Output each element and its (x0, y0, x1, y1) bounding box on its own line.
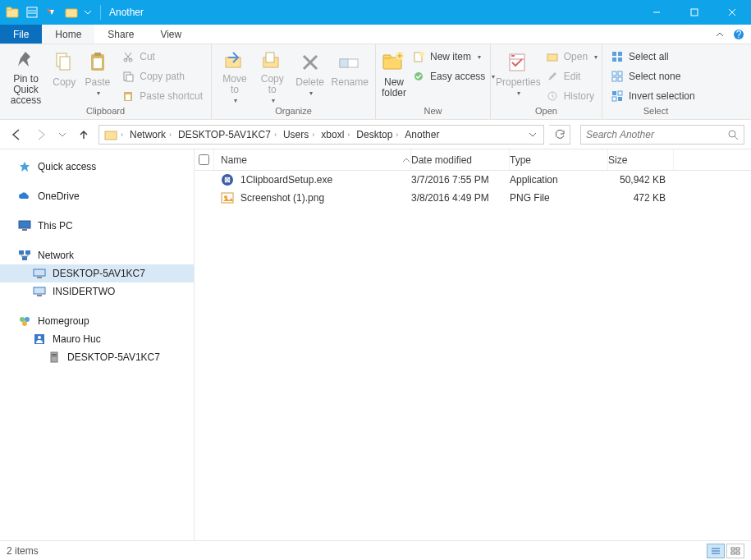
svg-rect-65 (52, 354, 57, 355)
paste-button[interactable]: Paste▾ (82, 46, 114, 103)
table-row[interactable]: Screenshot (1).png3/8/2016 4:49 PMPNG Fi… (195, 189, 751, 207)
crumb-desktop[interactable]: Desktop› (353, 129, 401, 140)
monitor-icon (18, 219, 31, 232)
file-type: Application (510, 174, 608, 186)
tree-onedrive[interactable]: OneDrive (0, 187, 194, 205)
details-view-button[interactable] (707, 544, 725, 558)
move-to-button[interactable]: Move to▾ (217, 46, 253, 103)
crumb-users[interactable]: Users› (280, 129, 318, 140)
new-item-button[interactable]: New item▾ (409, 48, 498, 66)
svg-rect-36 (618, 52, 622, 56)
select-all-checkbox[interactable] (199, 154, 209, 165)
invert-selection-button[interactable]: Invert selection (607, 87, 698, 105)
edit-button[interactable]: Edit (543, 67, 601, 85)
group-label-new: New (376, 106, 490, 119)
col-date[interactable]: Date modified (411, 149, 510, 170)
select-none-button[interactable]: Select none (607, 67, 698, 85)
svg-rect-55 (34, 269, 45, 276)
easy-access-button[interactable]: Easy access▾ (409, 67, 498, 85)
col-name[interactable]: Name (214, 149, 411, 170)
tree-hg-pc[interactable]: DESKTOP-5AV1KC7 (0, 348, 194, 366)
user-icon (33, 333, 46, 346)
tree-hg-user[interactable]: Mauro Huc (0, 330, 194, 348)
help-icon[interactable]: ? (733, 29, 744, 40)
delete-icon (297, 49, 323, 76)
svg-rect-25 (340, 59, 348, 67)
move-to-icon (222, 49, 248, 72)
minimize-button[interactable] (638, 0, 675, 25)
paste-shortcut-icon (121, 90, 135, 103)
col-type[interactable]: Type (510, 149, 608, 170)
properties-button[interactable]: Properties▾ (496, 46, 541, 103)
svg-rect-27 (383, 55, 391, 58)
tree-net-item-1[interactable]: INSIDERTWO (0, 282, 194, 301)
easy-access-icon (412, 70, 425, 83)
close-button[interactable] (713, 0, 751, 25)
group-label-clipboard: Clipboard (0, 106, 211, 119)
copy-button[interactable]: Copy (48, 46, 80, 103)
crumb-pc[interactable]: DESKTOP-5AV1KC7› (175, 129, 280, 140)
svg-rect-35 (612, 52, 616, 56)
crumb-network[interactable]: Network› (126, 129, 175, 140)
svg-rect-53 (25, 250, 30, 255)
address-dropdown-button[interactable] (524, 126, 542, 144)
col-size[interactable]: Size (608, 149, 674, 170)
new-folder-button[interactable]: New folder (381, 46, 407, 103)
file-icon (221, 173, 234, 186)
tree-this-pc[interactable]: This PC (0, 217, 194, 235)
svg-rect-40 (618, 71, 622, 76)
tab-file[interactable]: File (0, 25, 42, 44)
history-button[interactable]: History (543, 87, 601, 105)
navigation-pane: Quick access OneDrive This PC Network DE… (0, 149, 195, 540)
delete-button[interactable]: Delete▾ (292, 46, 328, 103)
newfolder-qat-icon[interactable] (62, 3, 80, 21)
svg-rect-38 (618, 57, 622, 62)
tree-homegroup[interactable]: Homegroup (0, 312, 194, 330)
new-folder-icon (381, 49, 407, 76)
tab-share[interactable]: Share (94, 25, 147, 44)
svg-rect-5 (691, 9, 698, 16)
refresh-button[interactable] (549, 125, 570, 145)
pin-icon (12, 49, 39, 72)
table-row[interactable]: 1ClipboardSetup.exe3/7/2016 7:55 PMAppli… (195, 171, 751, 189)
svg-rect-39 (612, 71, 616, 76)
address-bar[interactable]: › Network› DESKTOP-5AV1KC7› Users› xboxl… (98, 125, 544, 145)
tab-view[interactable]: View (147, 25, 195, 44)
svg-point-59 (20, 317, 25, 322)
svg-rect-72 (736, 548, 740, 550)
crumb-user[interactable]: xboxl› (318, 129, 353, 140)
copy-to-button[interactable]: Copy to▾ (254, 46, 291, 103)
search-box[interactable] (580, 125, 744, 145)
svg-line-49 (735, 136, 738, 140)
collapse-ribbon-icon[interactable] (715, 30, 725, 39)
maximize-button[interactable] (675, 0, 713, 25)
svg-rect-47 (105, 131, 117, 140)
share-qat-icon[interactable] (43, 3, 61, 21)
svg-rect-43 (612, 91, 616, 95)
select-all-button[interactable]: Select all (607, 48, 698, 66)
titlebar: Another (0, 0, 751, 25)
pc-icon (33, 285, 46, 298)
recent-locations-button[interactable] (56, 125, 69, 145)
file-icon (221, 191, 234, 204)
back-button[interactable] (7, 125, 26, 145)
cut-button[interactable]: Cut (118, 48, 206, 66)
ribbon: Pin to Quick access Copy Paste▾ Cut Copy… (0, 44, 751, 120)
up-button[interactable] (74, 125, 94, 145)
copy-path-button[interactable]: Copy path (118, 67, 206, 85)
tree-quick-access[interactable]: Quick access (0, 158, 194, 176)
properties-qat-icon[interactable] (23, 3, 41, 21)
tab-home[interactable]: Home (42, 25, 94, 44)
thumbnails-view-button[interactable] (726, 544, 744, 558)
rename-button[interactable]: Rename (329, 46, 370, 103)
pin-to-quick-access-button[interactable]: Pin to Quick access (5, 46, 47, 103)
forward-button[interactable] (31, 125, 51, 145)
tree-net-item-0[interactable]: DESKTOP-5AV1KC7 (0, 264, 194, 282)
search-input[interactable] (586, 129, 727, 140)
paste-shortcut-button[interactable]: Paste shortcut (118, 87, 206, 105)
qat-dropdown-icon[interactable] (82, 3, 94, 21)
crumb-current[interactable]: Another (401, 129, 442, 140)
svg-point-48 (729, 131, 735, 137)
tree-network[interactable]: Network (0, 246, 194, 264)
open-button[interactable]: Open▾ (543, 48, 601, 66)
